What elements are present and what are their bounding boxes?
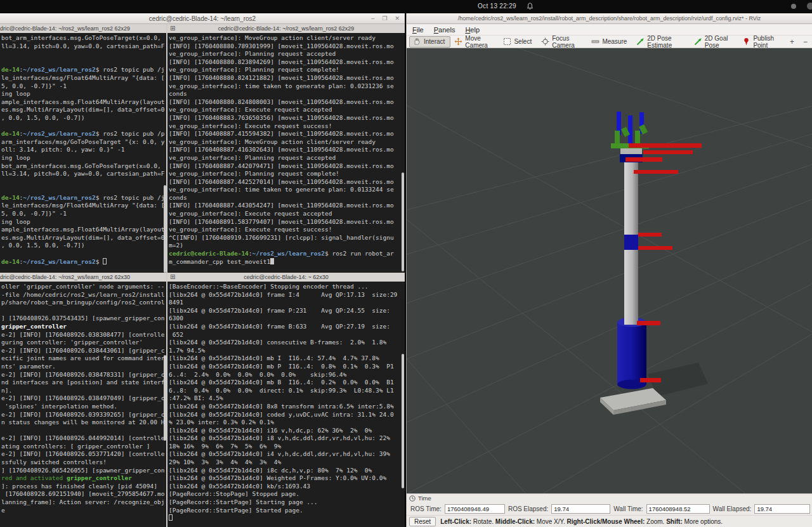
tray-icon[interactable] <box>791 4 796 9</box>
base-plate <box>600 388 666 415</box>
select-tool[interactable]: Select <box>499 36 537 48</box>
rviz-window: /home/cedric/ros2_ws/learn_ros2/install/… <box>406 13 812 527</box>
rviz-toolbar: Interact Move Camera Select Focus Camera… <box>407 36 812 48</box>
menu-help[interactable]: Help <box>465 26 480 34</box>
menu-file[interactable]: File <box>412 26 424 34</box>
ros-time-label: ROS Time: <box>410 505 442 512</box>
green-arrow-icon <box>694 37 702 46</box>
ros-elapsed-label: ROS Elapsed: <box>508 505 548 512</box>
interact-tool[interactable]: Interact <box>409 36 450 48</box>
split-grid-icon: ⊞ <box>170 24 175 33</box>
scrollbar-thumb[interactable] <box>402 354 404 488</box>
pose-estimate-tool[interactable]: 2D Pose Estimate <box>632 36 690 48</box>
pane-header: ⊞cedric@cedric-Blade-14: ~ 62x30 <box>167 273 405 282</box>
publish-point-tool[interactable]: Publish Point <box>738 36 785 48</box>
scrollbar-thumb[interactable] <box>402 172 404 271</box>
close-button[interactable]: ✕ <box>395 13 400 24</box>
wall-elapsed-label: Wall Elapsed: <box>713 505 752 512</box>
red-pin-icon <box>742 37 750 46</box>
time-panel-header[interactable]: Time <box>407 493 812 502</box>
ros-time-field[interactable] <box>445 504 505 514</box>
bell-icon <box>527 3 534 10</box>
move-camera-icon <box>454 37 462 46</box>
green-arrow-icon <box>636 37 645 46</box>
wall-time-label: Wall Time: <box>613 505 643 512</box>
measure-tool[interactable]: Measure <box>587 36 632 48</box>
maximize-button[interactable]: ❐ <box>382 13 387 24</box>
gripper-assembly <box>611 112 649 162</box>
time-panel: ROS Time: ROS Elapsed: Wall Time: Wall E… <box>407 502 812 515</box>
pane-header: ⊞cedric@cedric-Blade-14: ~/ros2_ws/learn… <box>167 24 405 33</box>
pane-header: dric@cedric-Blade-14: ~/ros2_ws/learn_ro… <box>0 24 166 33</box>
move-camera-tool[interactable]: Move Camera <box>450 36 499 48</box>
terminal-titlebar: cedric@cedric-Blade-14: ~/learn_ros2 – ❐… <box>0 13 405 24</box>
rviz-statusbar: Reset Left-Click: Rotate. Middle-Click: … <box>407 515 812 527</box>
arm-joint-band <box>624 235 638 250</box>
terminal-pane-bottom-left[interactable]: dric@cedric-Blade-14: ~/ros2_ws/learn_ro… <box>0 273 166 527</box>
split-grid-icon: ⊞ <box>170 273 175 282</box>
terminal-pane-top-right[interactable]: ⊞cedric@cedric-Blade-14: ~/ros2_ws/learn… <box>167 24 405 273</box>
ros-elapsed-field[interactable] <box>551 504 610 514</box>
remove-tool-button[interactable]: − <box>799 37 812 46</box>
wall-time-field[interactable] <box>646 504 710 514</box>
clock-icon <box>409 495 416 502</box>
mouse-help-text: Left-Click: Rotate. Middle-Click: Move X… <box>440 518 723 525</box>
arm-pole <box>624 161 638 325</box>
goal-pose-tool[interactable]: 2D Goal Pose <box>690 36 739 48</box>
select-box-icon <box>503 37 511 46</box>
reset-button[interactable]: Reset <box>409 517 436 526</box>
rviz-menubar: File Panels Help <box>407 24 812 36</box>
tray-icon[interactable] <box>807 3 812 10</box>
terminal-output[interactable]: oller 'gripper_controller' node argument… <box>0 282 166 527</box>
terminal-title: cedric@cedric-Blade-14: ~/learn_ros2 <box>149 15 256 22</box>
system-bar: Oct 13 22:29 <box>0 0 812 13</box>
terminal-pane-bottom-middle[interactable]: ⊞cedric@cedric-Blade-14: ~ 62x30 [BaseEn… <box>167 273 405 527</box>
rviz-3d-viewport[interactable] <box>407 48 812 493</box>
clock: Oct 13 22:29 <box>478 3 516 10</box>
focus-crosshair-icon <box>541 37 549 46</box>
ground-grid <box>407 48 812 493</box>
terminal-pane-top-left[interactable]: dric@cedric-Blade-14: ~/ros2_ws/learn_ro… <box>0 24 166 273</box>
terminal-output[interactable]: [BaseEncoder::~BaseEncoder] Stopping enc… <box>167 282 405 527</box>
scrollbar-thumb[interactable] <box>164 185 166 273</box>
minimize-button[interactable]: – <box>371 13 374 24</box>
focus-camera-tool[interactable]: Focus Camera <box>537 36 587 48</box>
scrollbar-thumb[interactable] <box>164 355 166 441</box>
hand-icon <box>413 37 421 46</box>
terminal-window: cedric@cedric-Blade-14: ~/learn_ros2 – ❐… <box>0 13 405 527</box>
desktop: { "system_bar": { "clock": "Oct 13 22:29… <box>0 0 812 527</box>
terminal-output[interactable]: bot_arm_interfaces.msg.GoToPoseTarget(x=… <box>0 33 166 273</box>
terminal-output[interactable]: ve_group_interface]: MoveGroup action cl… <box>167 33 405 273</box>
wall-elapsed-field[interactable] <box>754 504 810 514</box>
pane-header: dric@cedric-Blade-14: ~/ros2_ws/learn_ro… <box>0 273 166 282</box>
robot-scene <box>407 48 812 493</box>
ruler-icon <box>591 37 599 46</box>
rviz-titlebar: /home/cedric/ros2_ws/learn_ros2/install/… <box>407 13 812 24</box>
menu-panels[interactable]: Panels <box>434 26 455 34</box>
add-tool-button[interactable]: + <box>785 37 799 46</box>
